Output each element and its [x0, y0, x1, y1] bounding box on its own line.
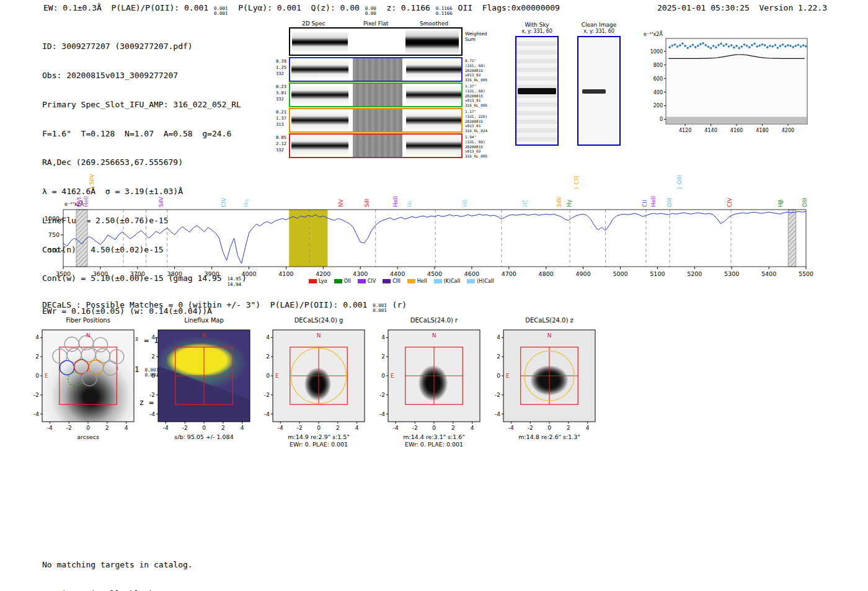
svg-text:-2: -2 — [264, 392, 270, 398]
decals-header-text: DECaLS : Possible Matches = 0 (within +/… — [42, 300, 372, 309]
cutout-pixelflat-image — [353, 58, 402, 81]
weighted-sum-box — [289, 27, 463, 56]
spectrum-legend: LyαOIICIVCIIIHeII(K)CaII(H)CaII — [309, 278, 494, 284]
cutout-row-left-labels: 0.39 1.25 332 — [276, 59, 289, 77]
svg-text:-2: -2 — [149, 392, 155, 398]
info-line-primary: Primary Spec_Slot_IFU_AMP: 316_022_052_R… — [42, 100, 247, 110]
svg-text:4120: 4120 — [679, 128, 691, 133]
withsky-image — [515, 36, 559, 146]
clean-spectrum-band — [582, 89, 606, 94]
withsky-spectrum-band — [518, 88, 556, 94]
svg-text:-4: -4 — [508, 425, 514, 431]
svg-text:2: 2 — [151, 353, 155, 360]
cutout-smoothed-image — [406, 136, 461, 155]
svg-text:-4: -4 — [495, 411, 500, 417]
svg-text:800: 800 — [653, 63, 663, 68]
clean-image — [577, 36, 621, 146]
svg-text:4200: 4200 — [316, 270, 330, 277]
report-version: Version 1.22.3 — [750, 3, 827, 12]
panel-captions: s/b: 95.05 +/- 1.084 — [138, 433, 257, 441]
svg-text:Hγ: Hγ — [566, 199, 572, 207]
svg-text:500: 500 — [48, 247, 60, 254]
legend-color-swatch — [434, 279, 442, 283]
decals-header: DECaLS : Possible Matches = 0 (within +/… — [42, 300, 407, 314]
legend-item: (H)CaII — [467, 278, 494, 284]
footer-line-1: No matching targets in catalog. — [42, 560, 193, 570]
svg-text:-4: -4 — [33, 411, 39, 417]
svg-text:OVI: OVI — [76, 197, 82, 207]
svg-text:4: 4 — [471, 425, 474, 431]
svg-text:} OIII: } OIII — [676, 175, 683, 190]
svg-text:-4: -4 — [264, 411, 270, 417]
svg-text:N: N — [432, 332, 436, 339]
svg-text:N: N — [86, 332, 91, 339]
weighted-smoothed-image — [405, 30, 459, 53]
svg-text:OIII: OIII — [666, 198, 673, 207]
svg-text:0: 0 — [202, 425, 206, 431]
svg-text:NV: NV — [338, 198, 344, 207]
svg-text:-2: -2 — [379, 392, 385, 398]
legend-label: HeII — [417, 278, 427, 284]
legend-item: HeII — [407, 278, 427, 284]
svg-text:200: 200 — [653, 103, 663, 109]
cutout-rows: 0.39 1.25 3320.71" (331, 60) 20200815 v0… — [289, 57, 463, 159]
svg-text:-4: -4 — [47, 425, 53, 431]
svg-text:4: 4 — [355, 425, 359, 431]
svg-text:CIV: CIV — [727, 197, 733, 207]
svg-text:0: 0 — [381, 373, 385, 379]
svg-text:4: 4 — [35, 334, 39, 340]
svg-text:0: 0 — [317, 425, 321, 431]
svg-text:4160: 4160 — [730, 128, 743, 133]
legend-label: OII — [344, 278, 351, 284]
svg-text:-4: -4 — [393, 425, 399, 431]
legend-item: OII — [334, 278, 351, 284]
svg-text:Hη: Hη — [243, 200, 249, 207]
svg-text:4: 4 — [381, 334, 385, 340]
info-line-radec: RA,Dec (269.256653,67.555679) — [42, 158, 247, 167]
cutout-row-annotation: 1.17" (331, 226) 20200815 v013_01 316_RL… — [465, 109, 487, 133]
svg-text:SiII: SiII — [364, 198, 370, 207]
panel-axes: -4-4-2-2002244NE — [484, 327, 603, 433]
svg-text:4: 4 — [241, 425, 244, 431]
svg-text:3600: 3600 — [93, 270, 108, 277]
svg-text:5400: 5400 — [761, 270, 776, 277]
svg-text:E: E — [275, 373, 279, 379]
cutout-2dspec-image — [291, 60, 348, 79]
svg-text:} CIII: } CIII — [574, 176, 580, 190]
panel-caption: m:14.9 re:2.9" s:1.5" — [265, 433, 372, 441]
svg-text:3700: 3700 — [130, 270, 145, 277]
header-datetime: 2025-01-01 05:30:25 Version 1.22.3 — [657, 3, 827, 12]
panel-title: Fiber Positions — [22, 317, 141, 327]
svg-text:4140: 4140 — [704, 128, 717, 133]
legend-color-swatch — [309, 279, 317, 283]
svg-text:-4: -4 — [149, 411, 155, 417]
weighted-label-line2: Sum — [465, 37, 487, 42]
svg-text:4: 4 — [266, 334, 270, 340]
panel-plot: -4-4-2-2002244N — [138, 327, 257, 433]
svg-text:0: 0 — [432, 425, 436, 431]
qz-fraction: 0.000.00 — [365, 6, 376, 17]
svg-text:N: N — [202, 332, 206, 339]
svg-text:-4: -4 — [379, 411, 385, 417]
svg-text:N: N — [317, 332, 321, 339]
svg-text:4: 4 — [586, 425, 590, 431]
svg-text:4000: 4000 — [241, 270, 256, 277]
svg-text:} SiIV: } SiIV — [89, 174, 95, 190]
panel-caption: EWr: 0. PLAE: 0.001 — [265, 441, 372, 448]
svg-text:400: 400 — [653, 90, 663, 96]
svg-text:0: 0 — [660, 117, 663, 122]
header-seg1: EW: 0.1±0.3Å P(LAE)/P(OII): 0.001 — [43, 3, 213, 12]
svg-text:Hζ: Hζ — [522, 200, 528, 207]
panel-axes: -4-4-2-2002244NE — [22, 327, 141, 433]
svg-text:0: 0 — [151, 373, 155, 379]
panel-captions: m:14.9 re:2.9" s:1.5"EWr: 0. PLAE: 0.001 — [253, 433, 372, 449]
z-lower: 0.1166 — [436, 11, 453, 16]
svg-text:E: E — [391, 373, 394, 379]
svg-text:2: 2 — [35, 353, 39, 360]
svg-text:e⁻¹⁷x2Å: e⁻¹⁷x2Å — [644, 30, 663, 37]
svg-text:1000: 1000 — [45, 215, 60, 222]
panel-plot: -4-4-2-2002244NE — [484, 327, 603, 433]
legend-color-swatch — [407, 279, 415, 283]
cutout-row-annotation: 1.37" (331, 60) 20200815 v013_01 316_RL_… — [465, 84, 487, 108]
panel-captions: m:14.8 re:2.6" s:1.3" — [484, 433, 603, 441]
